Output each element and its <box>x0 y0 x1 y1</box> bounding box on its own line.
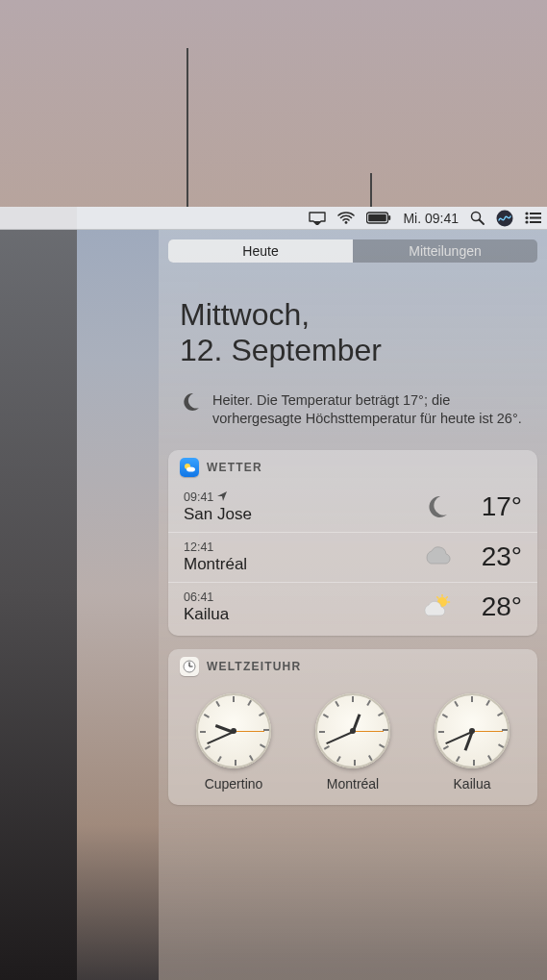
svg-rect-12 <box>530 221 541 223</box>
weather-row-time: 06:41 <box>184 591 420 604</box>
weather-row-temp: 28° <box>453 591 522 622</box>
weather-row-city: San Jose <box>184 505 420 524</box>
weather-row[interactable]: 09:41 San Jose17° <box>168 483 537 532</box>
svg-point-14 <box>186 466 195 471</box>
svg-line-5 <box>480 220 485 225</box>
worldclock-widget-title: WELTZEITUHR <box>207 660 301 673</box>
weather-condition-icon <box>420 594 453 619</box>
airplay-icon[interactable] <box>309 212 326 225</box>
clock-app-icon <box>180 657 199 676</box>
clock-city-label: Kailua <box>454 776 491 792</box>
weather-row-temp: 23° <box>453 541 522 572</box>
svg-line-18 <box>446 597 447 598</box>
clock-city-label: Cupertino <box>205 776 263 792</box>
weather-row-city: Kailua <box>184 605 420 624</box>
clock-city-label: Montréal <box>327 776 379 792</box>
clock-column[interactable]: Montréal <box>315 693 390 792</box>
date-line-1: Mittwoch, <box>180 297 526 333</box>
svg-rect-2 <box>369 214 387 221</box>
wifi-icon[interactable] <box>337 212 355 224</box>
svg-point-9 <box>525 216 528 219</box>
svg-line-19 <box>437 597 438 598</box>
menubar: Mi. 09:41 <box>0 207 547 230</box>
nc-tabs: Heute Mitteilungen <box>168 239 537 263</box>
weather-app-icon <box>180 458 199 477</box>
weather-condition-icon <box>420 546 453 567</box>
battery-icon[interactable] <box>366 212 391 224</box>
clock-face <box>196 693 271 768</box>
svg-rect-3 <box>389 215 391 220</box>
weather-row-temp: 17° <box>453 491 522 522</box>
moon-icon <box>180 391 201 413</box>
weather-row-time: 09:41 <box>184 490 420 504</box>
weather-row-time: 12:41 <box>184 540 420 554</box>
weather-row[interactable]: 12:41 Montréal23° <box>168 532 537 582</box>
clock-column[interactable]: Cupertino <box>196 693 271 792</box>
menubar-clock[interactable]: Mi. 09:41 <box>403 211 459 226</box>
location-arrow-icon <box>217 490 227 504</box>
tab-notifications[interactable]: Mitteilungen <box>353 239 537 263</box>
weather-widget[interactable]: WETTER 09:41 San Jose17°12:41 Montréal23… <box>168 450 537 636</box>
weather-list: 09:41 San Jose17°12:41 Montréal23°06:41 … <box>168 483 537 636</box>
date-heading: Mittwoch, 12. September <box>159 263 547 384</box>
clock-face <box>315 693 390 768</box>
svg-point-7 <box>525 212 528 214</box>
svg-rect-10 <box>530 217 541 219</box>
svg-rect-8 <box>530 213 541 214</box>
worldclock-widget[interactable]: WELTZEITUHR CupertinoMontréalKailua <box>168 649 537 805</box>
notification-center-panel: Heute Mitteilungen Mittwoch, 12. Septemb… <box>159 230 547 980</box>
spotlight-icon[interactable] <box>470 211 485 225</box>
weather-summary: Heiter. Die Temperatur beträgt 17°; die … <box>159 384 547 450</box>
clock-row: CupertinoMontréalKailua <box>168 682 537 805</box>
weather-row-city: Montréal <box>184 555 420 574</box>
notification-center-icon[interactable] <box>525 212 541 224</box>
weather-widget-header: WETTER <box>168 450 537 483</box>
weather-row[interactable]: 06:41 Kailua28° <box>168 582 537 632</box>
weather-condition-icon <box>420 493 453 520</box>
svg-point-0 <box>345 221 348 224</box>
date-line-2: 12. September <box>180 333 526 368</box>
summary-text: Heiter. Die Temperatur beträgt 17°; die … <box>212 391 526 429</box>
clock-face <box>435 693 510 768</box>
tab-today[interactable]: Heute <box>168 239 353 263</box>
clock-column[interactable]: Kailua <box>435 693 510 792</box>
worldclock-widget-header: WELTZEITUHR <box>168 649 537 682</box>
desktop-area: Mi. 09:41 Heute Mitteilungen Mittwoch, 1… <box>0 207 547 980</box>
weather-widget-title: WETTER <box>207 461 262 474</box>
siri-icon[interactable] <box>496 210 513 227</box>
svg-point-11 <box>525 220 528 223</box>
